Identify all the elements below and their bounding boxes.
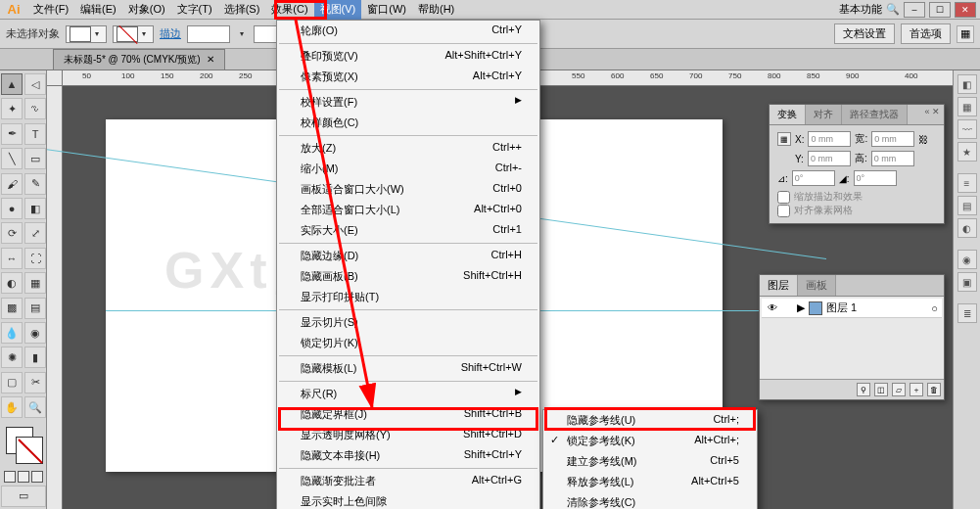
stroke-link[interactable]: 描边: [160, 26, 181, 41]
link-icon[interactable]: ⛓: [918, 134, 928, 145]
pencil-tool[interactable]: ✎: [24, 173, 46, 195]
align-pixel-checkbox[interactable]: [777, 205, 790, 217]
locate-icon[interactable]: ⚲: [857, 383, 870, 396]
shape-builder-tool[interactable]: ◐: [1, 272, 23, 294]
x-input[interactable]: [808, 131, 851, 147]
hand-tool[interactable]: ✋: [1, 396, 23, 418]
mesh-tool[interactable]: ▩: [1, 298, 23, 319]
shear-input[interactable]: [854, 170, 897, 186]
menu-item[interactable]: 显示透明度网格(Y)Shift+Ctrl+D: [277, 425, 539, 445]
artboard-tool[interactable]: ▢: [1, 372, 23, 393]
scale-stroke-checkbox[interactable]: [777, 191, 790, 204]
menu-item[interactable]: 显示实时上色间隙: [277, 491, 539, 509]
submenu-item[interactable]: 建立参考线(M)Ctrl+5: [543, 451, 757, 472]
rectangle-tool[interactable]: ▭: [24, 148, 46, 169]
submenu-item[interactable]: 隐藏参考线(U)Ctrl+;: [543, 410, 757, 431]
perspective-grid-tool[interactable]: ▦: [24, 272, 46, 294]
submenu-item[interactable]: 释放参考线(L)Alt+Ctrl+5: [543, 472, 757, 492]
submenu-item[interactable]: 清除参考线(C): [543, 492, 757, 509]
dock-graphic-styles[interactable]: ▣: [957, 272, 977, 292]
column-graph-tool[interactable]: ▮: [24, 347, 46, 368]
menu-file[interactable]: 文件(F): [27, 0, 74, 20]
draw-normal[interactable]: [4, 471, 16, 483]
prefs-button[interactable]: 首选项: [901, 23, 951, 44]
lasso-tool[interactable]: ఌ: [24, 98, 46, 119]
dock-gradient[interactable]: ▤: [957, 196, 977, 215]
stroke-weight-dd[interactable]: ▾: [236, 26, 248, 42]
tab-transform[interactable]: 变换: [770, 105, 806, 124]
y-input[interactable]: [808, 151, 851, 166]
zoom-tool[interactable]: 🔍: [24, 396, 46, 418]
close-tab-icon[interactable]: ✕: [207, 54, 214, 65]
minimize-button[interactable]: –: [904, 2, 925, 18]
align-icon[interactable]: ▦: [957, 25, 974, 43]
eraser-tool[interactable]: ◧: [24, 198, 46, 219]
doc-setup-button[interactable]: 文档设置: [834, 23, 895, 44]
visibility-icon[interactable]: 👁: [766, 301, 779, 315]
tab-align[interactable]: 对齐: [806, 105, 842, 124]
rotate-input[interactable]: [792, 170, 835, 186]
dock-color[interactable]: ◧: [957, 74, 977, 94]
draw-inside[interactable]: [31, 471, 43, 483]
close-button[interactable]: ✕: [955, 2, 976, 18]
selection-tool[interactable]: ▲: [1, 73, 23, 95]
blob-brush-tool[interactable]: ●: [1, 198, 23, 219]
line-tool[interactable]: ╲: [1, 148, 23, 169]
draw-behind[interactable]: [18, 471, 29, 483]
menu-type[interactable]: 文字(T): [171, 0, 218, 20]
pen-tool[interactable]: ✒: [1, 123, 23, 145]
tab-layers[interactable]: 图层: [760, 275, 798, 296]
panel-collapse[interactable]: « ✕: [924, 107, 940, 116]
menu-view[interactable]: 视图(V): [314, 0, 362, 20]
delete-layer-icon[interactable]: 🗑: [927, 383, 941, 396]
menu-item[interactable]: 隐藏文本串接(H)Shift+Ctrl+Y: [277, 445, 539, 466]
direct-selection-tool[interactable]: ◁: [24, 73, 46, 95]
eyedropper-tool[interactable]: 💧: [1, 322, 23, 344]
menu-item[interactable]: 隐藏渐变批注者Alt+Ctrl+G: [277, 471, 539, 491]
menu-effect[interactable]: 效果(C): [265, 0, 313, 20]
gradient-tool[interactable]: ▤: [24, 298, 46, 319]
magic-wand-tool[interactable]: ✦: [1, 98, 23, 119]
layer-name[interactable]: 图层 1: [826, 301, 857, 315]
menu-window[interactable]: 窗口(W): [361, 0, 412, 20]
width-tool[interactable]: ↔: [1, 248, 23, 269]
fill-stroke-swatch[interactable]: [0, 425, 47, 468]
tab-pathfinder[interactable]: 路径查找器: [842, 105, 908, 124]
free-transform-tool[interactable]: ⛶: [24, 248, 46, 269]
blend-tool[interactable]: ◉: [24, 322, 46, 344]
stroke-swatch[interactable]: ▾: [113, 25, 154, 43]
menu-object[interactable]: 对象(O): [122, 0, 171, 20]
tab-artboards[interactable]: 画板: [798, 275, 836, 296]
fill-swatch[interactable]: ▾: [66, 25, 107, 43]
document-tab[interactable]: 未标题-5* @ 70% (CMYK/预览) ✕: [53, 49, 225, 70]
workspace-label[interactable]: 基本功能: [839, 2, 882, 17]
make-clip-icon[interactable]: ◫: [874, 383, 888, 396]
rotate-tool[interactable]: ⟳: [1, 222, 23, 244]
layer-row[interactable]: 👁 ▶ 图层 1 ○: [762, 299, 942, 318]
screen-mode[interactable]: ▭: [1, 486, 46, 507]
new-sublayer-icon[interactable]: ▱: [892, 383, 906, 396]
stroke-weight-input[interactable]: [187, 25, 230, 43]
dock-transparency[interactable]: ◐: [957, 218, 977, 238]
submenu-item[interactable]: 锁定参考线(K)Alt+Ctrl+;: [543, 431, 757, 451]
menu-edit[interactable]: 编辑(E): [74, 0, 122, 20]
restore-button[interactable]: ☐: [929, 2, 951, 18]
symbol-sprayer-tool[interactable]: ✺: [1, 347, 23, 368]
scale-tool[interactable]: ⤢: [24, 222, 46, 244]
paintbrush-tool[interactable]: 🖌: [1, 173, 23, 195]
dock-swatches[interactable]: ▦: [957, 97, 977, 116]
dock-appearance[interactable]: ◉: [957, 250, 977, 269]
slice-tool[interactable]: ✂: [24, 372, 46, 393]
type-tool[interactable]: T: [24, 123, 46, 145]
ref-point-icon[interactable]: ▦: [777, 132, 791, 146]
w-input[interactable]: [871, 131, 914, 147]
menu-help[interactable]: 帮助(H): [412, 0, 460, 20]
new-layer-icon[interactable]: ＋: [910, 383, 923, 396]
menu-select[interactable]: 选择(S): [218, 0, 266, 20]
dock-stroke[interactable]: ≡: [957, 173, 977, 193]
dock-layers[interactable]: ≣: [957, 303, 977, 323]
h-input[interactable]: [871, 151, 914, 166]
dock-brushes[interactable]: 〰: [957, 119, 977, 139]
dock-symbols[interactable]: ★: [957, 142, 977, 162]
search-icon[interactable]: 🔍: [886, 3, 900, 16]
